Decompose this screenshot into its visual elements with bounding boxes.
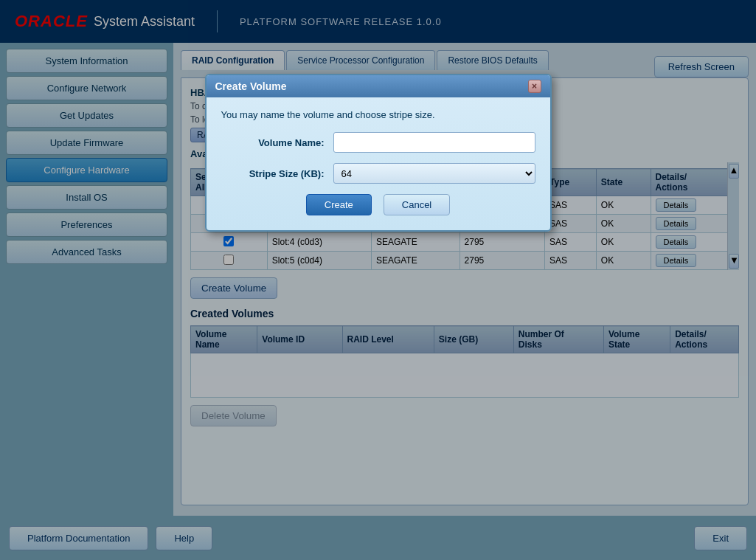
- modal-body: You may name the volume and choose strip…: [207, 97, 550, 230]
- modal-titlebar: Create Volume ×: [207, 75, 550, 97]
- volume-name-row: Volume Name:: [221, 132, 535, 153]
- modal-cancel-button[interactable]: Cancel: [384, 194, 450, 215]
- modal-close-button[interactable]: ×: [528, 80, 541, 93]
- modal-actions: Create Cancel: [221, 194, 535, 215]
- stripe-size-select[interactable]: 64 128 256 512: [333, 163, 535, 184]
- create-volume-modal: Create Volume × You may name the volume …: [205, 74, 552, 232]
- stripe-size-label: Stripe Size (KB):: [221, 168, 325, 179]
- modal-overlay: Create Volume × You may name the volume …: [0, 0, 756, 560]
- modal-create-button[interactable]: Create: [306, 194, 372, 215]
- volume-name-label: Volume Name:: [221, 137, 325, 148]
- volume-name-input[interactable]: [333, 132, 535, 153]
- modal-title: Create Volume: [215, 80, 287, 92]
- stripe-size-row: Stripe Size (KB): 64 128 256 512: [221, 163, 535, 184]
- modal-instruction: You may name the volume and choose strip…: [221, 109, 535, 120]
